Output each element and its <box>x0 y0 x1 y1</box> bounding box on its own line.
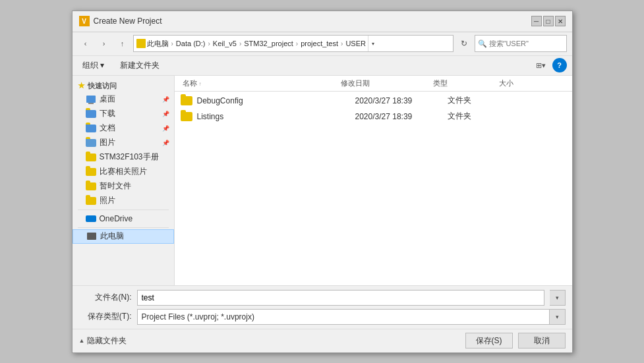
contest-folder-icon <box>86 168 96 176</box>
hide-folders-label: 隐藏文件夹 <box>87 335 127 347</box>
filename-row: 文件名(N): ▾ <box>79 290 566 306</box>
save-button[interactable]: 保存(S) <box>465 333 513 349</box>
breadcrumb-project[interactable]: project_test <box>301 40 338 47</box>
filetype-select[interactable]: Project Files (*.uvproj; *.uvprojx) <box>137 309 550 325</box>
file-list: DebugConfig 2020/3/27 18:39 文件夹 Listings… <box>175 92 572 285</box>
back-button[interactable]: ‹ <box>78 36 94 51</box>
photos-folder-icon <box>86 197 96 205</box>
sidebar-item-this-pc[interactable]: 此电脑 <box>73 229 174 244</box>
column-header-type[interactable]: 类型 <box>430 77 496 90</box>
create-project-dialog: V Create New Project ─ □ ✕ ‹ › ↑ 此电脑 › D… <box>72 11 573 353</box>
hide-folders-button[interactable]: ▲ 隐藏文件夹 <box>79 335 127 347</box>
file-name-listings: Listings <box>197 112 355 121</box>
title-bar-left: V Create New Project <box>79 16 162 26</box>
pin-icon: 📌 <box>162 96 169 103</box>
dialog-title: Create New Project <box>94 16 162 26</box>
quick-access-section: ★ 快速访问 <box>73 78 174 92</box>
filetype-select-wrapper: Project Files (*.uvproj; *.uvprojx) ▾ <box>137 309 566 325</box>
cancel-button[interactable]: 取消 <box>518 333 566 349</box>
sidebar-item-photos[interactable]: 照片 <box>73 194 174 208</box>
filename-dropdown[interactable]: ▾ <box>550 290 566 306</box>
sidebar-item-contest[interactable]: 比赛相关照片 <box>73 165 174 179</box>
organize-button[interactable]: 组织 ▾ <box>78 58 109 73</box>
breadcrumb-user[interactable]: USER <box>345 40 366 47</box>
navigation-toolbar: ‹ › ↑ 此电脑 › Data (D:) › Keil_v5 › STM32_… <box>73 32 572 56</box>
toolbar2-right: ⊞▾ ? <box>533 58 567 72</box>
filetype-label: 保存类型(T): <box>79 311 132 322</box>
app-icon: V <box>79 16 90 26</box>
title-bar: V Create New Project ─ □ ✕ <box>73 11 572 32</box>
address-bar[interactable]: 此电脑 › Data (D:) › Keil_v5 › STM32_projec… <box>133 35 454 52</box>
sidebar-item-onedrive[interactable]: OneDrive <box>73 211 174 226</box>
organize-toolbar: 组织 ▾ 新建文件夹 ⊞▾ ? <box>73 56 572 76</box>
desktop-icon <box>86 96 96 103</box>
filetype-dropdown[interactable]: ▾ <box>550 309 566 325</box>
temp-folder-icon <box>86 182 96 190</box>
computer-icon <box>136 39 146 48</box>
search-icon: 🔍 <box>478 40 487 48</box>
column-header-size[interactable]: 大小 <box>496 77 549 90</box>
sidebar-item-downloads[interactable]: 下载 📌 <box>73 107 174 121</box>
sidebar-item-desktop[interactable]: 桌面 📌 <box>73 92 174 107</box>
stm32-folder-icon <box>86 154 96 161</box>
file-type-listings: 文件夹 <box>448 111 513 122</box>
search-box[interactable]: 🔍 <box>475 35 567 52</box>
file-list-header: 名称 ↑ 修改日期 类型 大小 <box>175 76 572 92</box>
maximize-button[interactable]: □ <box>543 16 554 26</box>
sort-icon-name: ↑ <box>199 81 202 87</box>
onedrive-icon <box>86 215 96 223</box>
breadcrumb-sep-4: › <box>296 40 298 47</box>
pictures-icon <box>86 139 96 147</box>
column-header-date[interactable]: 修改日期 <box>338 77 430 90</box>
download-folder-icon <box>86 110 96 118</box>
sidebar-divider-2 <box>78 227 169 228</box>
sidebar-item-documents[interactable]: 文档 📌 <box>73 121 174 136</box>
breadcrumb-stm32[interactable]: STM32_project <box>244 40 293 47</box>
forward-button[interactable]: › <box>96 36 112 51</box>
file-list-container: 名称 ↑ 修改日期 类型 大小 DebugConfig <box>175 76 572 285</box>
breadcrumb-sep-5: › <box>341 40 343 47</box>
sidebar-divider <box>78 209 169 210</box>
breadcrumb-data[interactable]: Data (D:) <box>176 40 206 47</box>
pin-icon-dl: 📌 <box>162 111 169 117</box>
filetype-row: 保存类型(T): Project Files (*.uvproj; *.uvpr… <box>79 309 566 325</box>
file-name-debugconfig: DebugConfig <box>197 96 355 105</box>
refresh-button[interactable]: ↻ <box>456 36 472 51</box>
sidebar-item-pictures[interactable]: 图片 📌 <box>73 136 174 150</box>
close-button[interactable]: ✕ <box>555 16 566 26</box>
pin-icon-pic: 📌 <box>162 140 169 146</box>
view-button[interactable]: ⊞▾ <box>533 58 550 72</box>
file-date-debugconfig: 2020/3/27 18:39 <box>355 96 448 105</box>
minimize-button[interactable]: ─ <box>531 16 542 26</box>
search-input[interactable] <box>489 40 564 47</box>
column-header-name[interactable]: 名称 ↑ <box>180 77 338 90</box>
debug-folder-icon <box>180 96 193 106</box>
sidebar-item-temp[interactable]: 暂时文件 <box>73 179 174 194</box>
main-content: ★ 快速访问 桌面 📌 下载 📌 文 <box>73 76 572 285</box>
listings-folder-icon <box>180 111 193 122</box>
dialog-footer: ▲ 隐藏文件夹 保存(S) 取消 <box>73 329 572 352</box>
file-item-listings[interactable]: Listings 2020/3/27 18:39 文件夹 <box>175 109 572 125</box>
breadcrumb-computer[interactable]: 此电脑 <box>136 39 169 49</box>
help-button[interactable]: ? <box>552 58 567 72</box>
this-pc-icon <box>86 233 97 240</box>
filename-input[interactable] <box>137 290 544 306</box>
filename-label: 文件名(N): <box>79 292 132 303</box>
bottom-area: 文件名(N): ▾ 保存类型(T): Project Files (*.uvpr… <box>73 285 572 329</box>
file-type-debugconfig: 文件夹 <box>448 95 513 106</box>
expand-icon: ▲ <box>79 337 85 344</box>
up-button[interactable]: ↑ <box>115 36 131 51</box>
breadcrumb-sep-2: › <box>208 40 210 47</box>
breadcrumb-keil[interactable]: Keil_v5 <box>213 40 237 47</box>
file-item-debugconfig[interactable]: DebugConfig 2020/3/27 18:39 文件夹 <box>175 93 572 109</box>
pin-icon-doc: 📌 <box>162 125 169 132</box>
breadcrumb-sep-1: › <box>171 40 173 47</box>
footer-buttons: 保存(S) 取消 <box>465 333 566 349</box>
file-date-listings: 2020/3/27 18:39 <box>355 112 448 121</box>
sidebar-item-stm32[interactable]: STM32F103手册 <box>73 150 174 165</box>
new-folder-button[interactable]: 新建文件夹 <box>114 58 165 73</box>
title-controls: ─ □ ✕ <box>531 16 566 26</box>
address-chevron[interactable]: ▾ <box>368 36 378 51</box>
star-icon: ★ <box>78 81 85 90</box>
breadcrumb-sep-3: › <box>239 40 241 47</box>
